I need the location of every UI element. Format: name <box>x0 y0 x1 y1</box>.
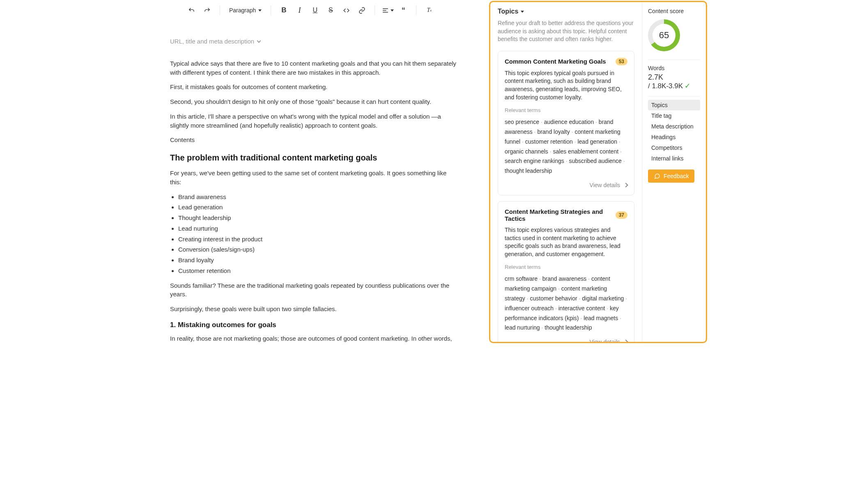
chevron-down-icon <box>521 11 524 13</box>
chevron-right-icon <box>623 183 628 187</box>
relevant-terms-list: crm softwarebrand awarenesscontent marke… <box>505 274 627 333</box>
relevant-term[interactable]: thought leadership <box>545 324 592 331</box>
separator <box>220 5 220 15</box>
redo-icon <box>204 7 211 14</box>
score-nav-item[interactable]: Competitors <box>648 142 700 153</box>
align-button[interactable] <box>381 3 395 17</box>
code-icon <box>343 7 350 14</box>
list-item[interactable]: Brand loyalty <box>178 256 458 265</box>
list-item[interactable]: Lead nurturing <box>178 224 458 233</box>
clear-format-button[interactable]: Tx <box>422 3 436 17</box>
italic-button[interactable]: I <box>292 3 306 17</box>
list-item[interactable]: Conversion (sales/sign-ups) <box>178 245 458 254</box>
chevron-right-icon <box>623 339 628 342</box>
relevant-term[interactable]: brand awareness <box>542 275 591 282</box>
relevant-term[interactable]: sales enablement content <box>553 148 622 155</box>
topic-score-badge: 37 <box>616 211 627 219</box>
relevant-term[interactable]: customer behavior <box>530 295 582 302</box>
topics-header-dropdown[interactable]: Topics <box>498 8 634 15</box>
score-nav-item[interactable]: Topics <box>648 100 700 110</box>
relevant-term[interactable]: brand loyalty <box>537 128 574 135</box>
meta-toggle-label: URL, title and meta description <box>170 37 254 46</box>
list-item[interactable]: Customer retention <box>178 266 458 275</box>
bold-button[interactable]: B <box>277 3 291 17</box>
topics-description: Refine your draft to better address the … <box>498 19 634 44</box>
paragraph[interactable]: Contents <box>170 135 458 144</box>
paragraph[interactable]: In reality, those are not marketing goal… <box>170 334 458 344</box>
underline-button[interactable]: U <box>308 3 322 17</box>
feedback-button[interactable]: Feedback <box>648 170 694 183</box>
topics-header-label: Topics <box>498 8 518 15</box>
feedback-label: Feedback <box>664 173 689 179</box>
list-item[interactable]: Creating interest in the product <box>178 235 458 244</box>
relevant-term[interactable]: subscribed audience <box>569 158 625 164</box>
relevant-term[interactable]: seo presence <box>505 119 544 125</box>
relevant-term[interactable]: crm software <box>505 275 542 282</box>
editor-toolbar: Paragraph B I U S “ Tx <box>133 0 489 21</box>
chat-icon <box>654 173 660 179</box>
link-icon <box>358 7 365 14</box>
chevron-down-icon <box>258 9 262 11</box>
heading-3[interactable]: 1. Mistaking outcomes for goals <box>170 320 458 330</box>
relevant-terms-list: seo presenceaudience educationbrand awar… <box>505 117 627 176</box>
bullet-list[interactable]: Brand awarenessLead generationThought le… <box>178 192 458 275</box>
relevant-term[interactable]: lead generation <box>577 138 620 145</box>
relevant-term[interactable]: lead magnets <box>584 315 621 321</box>
separator <box>271 5 271 15</box>
editor-scroll-area[interactable]: URL, title and meta description Typical … <box>133 21 489 344</box>
list-item[interactable]: Lead generation <box>178 203 458 212</box>
undo-button[interactable] <box>184 3 198 17</box>
relevant-term[interactable]: interactive content <box>558 305 610 312</box>
separator <box>375 5 375 15</box>
paragraph[interactable]: Second, you shouldn't design to hit only… <box>170 97 458 106</box>
relevant-term[interactable]: thought leadership <box>505 167 552 174</box>
topic-card: Common Content Marketing Goals 53 This t… <box>498 51 634 195</box>
relevant-terms-label: Relevant terms <box>505 264 627 270</box>
view-details-link[interactable]: View details <box>505 182 627 188</box>
block-style-dropdown[interactable]: Paragraph <box>226 3 265 17</box>
paragraph[interactable]: First, it mistakes goals for outcomes of… <box>170 82 458 92</box>
list-item[interactable]: Brand awareness <box>178 192 458 202</box>
code-button[interactable] <box>339 3 353 17</box>
score-nav-item[interactable]: Internal links <box>648 153 700 164</box>
link-button[interactable] <box>355 3 369 17</box>
strikethrough-button[interactable]: S <box>324 3 338 17</box>
chevron-down-icon <box>391 9 394 11</box>
relevant-term[interactable]: lead nurturing <box>505 324 545 331</box>
relevant-term[interactable]: search engine rankings <box>505 158 569 164</box>
relevant-term[interactable]: influencer outreach <box>505 305 558 312</box>
topic-score-badge: 53 <box>616 58 627 65</box>
relevant-term[interactable]: audience education <box>544 119 599 125</box>
chevron-down-icon <box>257 39 261 43</box>
highlighted-sidebar: Topics Refine your draft to better addre… <box>489 1 707 343</box>
score-value: 65 <box>653 24 676 47</box>
paragraph[interactable]: In this article, I'll share a perspectiv… <box>170 112 458 130</box>
paragraph[interactable]: Surprisingly, these goals were built upo… <box>170 305 458 314</box>
paragraph[interactable]: Sounds familiar? These are the tradition… <box>170 281 458 299</box>
topic-summary: This topic explores various strategies a… <box>505 226 627 258</box>
list-item[interactable]: Thought leadership <box>178 213 458 222</box>
quote-button[interactable]: “ <box>396 3 410 17</box>
document-body[interactable]: URL, title and meta description Typical … <box>133 21 483 344</box>
relevant-term[interactable]: digital marketing <box>582 295 627 302</box>
score-label: Content score <box>648 8 700 14</box>
topic-card: Content Marketing Strategies and Tactics… <box>498 201 634 342</box>
topic-title: Common Content Marketing Goals <box>505 58 606 65</box>
topic-summary: This topic explores typical goals pursue… <box>505 69 627 101</box>
words-label: Words <box>648 65 700 71</box>
redo-button[interactable] <box>200 3 214 17</box>
view-details-link[interactable]: View details <box>505 339 627 342</box>
score-nav-item[interactable]: Title tag <box>648 110 700 121</box>
paragraph[interactable]: For years, we've been getting used to th… <box>170 169 458 187</box>
meta-toggle[interactable]: URL, title and meta description <box>170 37 260 46</box>
score-nav-item[interactable]: Meta description <box>648 121 700 132</box>
relevant-term[interactable]: customer retention <box>525 138 578 145</box>
paragraph[interactable]: Typical advice says that there are five … <box>170 59 458 77</box>
words-range-text: / 1.8K-3.9K <box>648 82 683 90</box>
heading-2[interactable]: The problem with traditional content mar… <box>170 152 458 164</box>
words-range: / 1.8K-3.9K ✓ <box>648 82 700 90</box>
score-panel: Content score 65 Words 2.7K / 1.8K-3.9K … <box>642 2 706 342</box>
check-icon: ✓ <box>685 82 690 90</box>
relevant-term[interactable]: organic channels <box>505 148 553 155</box>
score-nav-item[interactable]: Headings <box>648 132 700 142</box>
